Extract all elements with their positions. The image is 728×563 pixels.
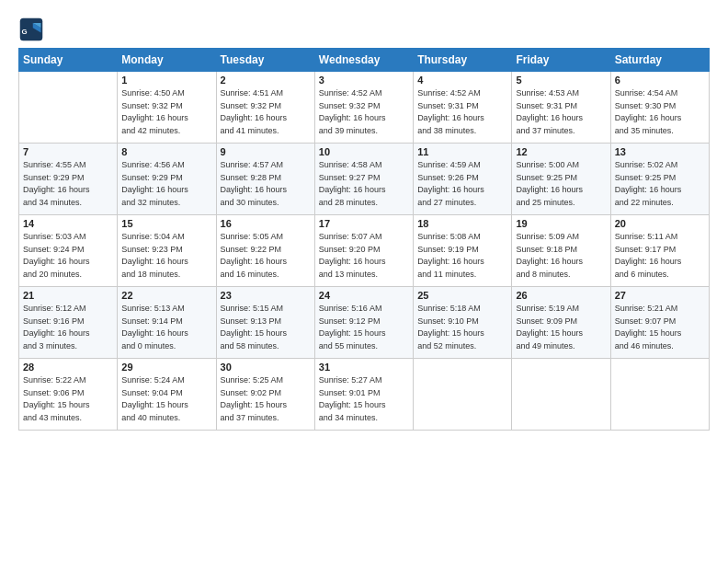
day-number: 26: [516, 290, 606, 301]
day-info: Sunrise: 4:52 AM Sunset: 9:32 PM Dayligh…: [319, 87, 409, 137]
calendar-cell: 29Sunrise: 5:24 AM Sunset: 9:04 PM Dayli…: [118, 359, 216, 431]
col-header-saturday: Saturday: [610, 49, 709, 72]
day-info: Sunrise: 5:18 AM Sunset: 9:10 PM Dayligh…: [417, 303, 507, 352]
calendar-cell: 30Sunrise: 5:25 AM Sunset: 9:02 PM Dayli…: [216, 359, 314, 431]
calendar-cell: 11Sunrise: 4:59 AM Sunset: 9:26 PM Dayli…: [414, 144, 512, 215]
calendar-cell: 31Sunrise: 5:27 AM Sunset: 9:01 PM Dayli…: [314, 359, 413, 431]
day-number: 11: [417, 146, 507, 157]
calendar-cell: [19, 72, 118, 144]
day-number: 18: [417, 218, 507, 229]
day-info: Sunrise: 5:15 AM Sunset: 9:13 PM Dayligh…: [221, 303, 311, 352]
calendar-cell: 20Sunrise: 5:11 AM Sunset: 9:17 PM Dayli…: [610, 215, 709, 287]
calendar-cell: 25Sunrise: 5:18 AM Sunset: 9:10 PM Dayli…: [414, 287, 512, 359]
day-info: Sunrise: 5:11 AM Sunset: 9:17 PM Dayligh…: [615, 231, 705, 281]
day-info: Sunrise: 4:52 AM Sunset: 9:31 PM Dayligh…: [417, 87, 507, 137]
day-number: 24: [319, 290, 409, 301]
calendar-cell: 18Sunrise: 5:08 AM Sunset: 9:19 PM Dayli…: [414, 215, 512, 287]
week-row-1: 1Sunrise: 4:50 AM Sunset: 9:32 PM Daylig…: [19, 72, 710, 144]
day-number: 19: [516, 218, 606, 229]
day-number: 22: [121, 290, 211, 301]
day-number: 31: [319, 362, 409, 373]
calendar-cell: 21Sunrise: 5:12 AM Sunset: 9:16 PM Dayli…: [19, 287, 118, 359]
col-header-sunday: Sunday: [19, 49, 118, 72]
day-info: Sunrise: 5:02 AM Sunset: 9:25 PM Dayligh…: [615, 159, 705, 209]
day-info: Sunrise: 5:25 AM Sunset: 9:02 PM Dayligh…: [221, 374, 311, 424]
day-number: 10: [319, 146, 409, 157]
calendar-cell: 12Sunrise: 5:00 AM Sunset: 9:25 PM Dayli…: [512, 144, 610, 215]
col-header-monday: Monday: [118, 49, 216, 72]
calendar-cell: 10Sunrise: 4:58 AM Sunset: 9:27 PM Dayli…: [314, 144, 413, 215]
day-number: 6: [615, 75, 705, 86]
day-number: 13: [615, 146, 705, 157]
day-info: Sunrise: 4:54 AM Sunset: 9:30 PM Dayligh…: [615, 87, 705, 137]
day-info: Sunrise: 5:22 AM Sunset: 9:06 PM Dayligh…: [23, 374, 113, 424]
day-number: 14: [23, 218, 113, 229]
day-number: 30: [221, 362, 311, 373]
day-info: Sunrise: 5:16 AM Sunset: 9:12 PM Dayligh…: [319, 303, 409, 352]
calendar-cell: 9Sunrise: 4:57 AM Sunset: 9:28 PM Daylig…: [216, 144, 314, 215]
calendar-cell: 5Sunrise: 4:53 AM Sunset: 9:31 PM Daylig…: [512, 72, 610, 144]
week-row-3: 14Sunrise: 5:03 AM Sunset: 9:24 PM Dayli…: [19, 215, 710, 287]
day-number: 4: [417, 75, 507, 86]
day-number: 15: [121, 218, 211, 229]
day-info: Sunrise: 4:50 AM Sunset: 9:32 PM Dayligh…: [121, 87, 211, 137]
day-info: Sunrise: 5:07 AM Sunset: 9:20 PM Dayligh…: [319, 231, 409, 281]
calendar-cell: 7Sunrise: 4:55 AM Sunset: 9:29 PM Daylig…: [19, 144, 118, 215]
day-info: Sunrise: 4:57 AM Sunset: 9:28 PM Dayligh…: [221, 159, 311, 209]
calendar-table: SundayMondayTuesdayWednesdayThursdayFrid…: [18, 48, 710, 431]
calendar-cell: 28Sunrise: 5:22 AM Sunset: 9:06 PM Dayli…: [19, 359, 118, 431]
week-row-4: 21Sunrise: 5:12 AM Sunset: 9:16 PM Dayli…: [19, 287, 710, 359]
day-info: Sunrise: 5:19 AM Sunset: 9:09 PM Dayligh…: [516, 303, 606, 352]
calendar-cell: 22Sunrise: 5:13 AM Sunset: 9:14 PM Dayli…: [118, 287, 216, 359]
day-number: 16: [221, 218, 311, 229]
calendar-cell: 2Sunrise: 4:51 AM Sunset: 9:32 PM Daylig…: [216, 72, 314, 144]
col-header-thursday: Thursday: [414, 49, 512, 72]
day-info: Sunrise: 5:24 AM Sunset: 9:04 PM Dayligh…: [121, 374, 211, 424]
col-header-wednesday: Wednesday: [314, 49, 413, 72]
calendar-cell: 6Sunrise: 4:54 AM Sunset: 9:30 PM Daylig…: [610, 72, 709, 144]
day-info: Sunrise: 4:55 AM Sunset: 9:29 PM Dayligh…: [23, 159, 113, 209]
day-info: Sunrise: 4:51 AM Sunset: 9:32 PM Dayligh…: [221, 87, 311, 137]
day-info: Sunrise: 5:13 AM Sunset: 9:14 PM Dayligh…: [121, 303, 211, 352]
col-header-friday: Friday: [512, 49, 610, 72]
logo: G: [18, 17, 48, 42]
day-info: Sunrise: 5:08 AM Sunset: 9:19 PM Dayligh…: [417, 231, 507, 281]
header-row: SundayMondayTuesdayWednesdayThursdayFrid…: [19, 49, 710, 72]
page: G SundayMondayTuesdayWednesdayThursdayFr…: [0, 0, 728, 440]
calendar-cell: [414, 359, 512, 431]
svg-text:G: G: [22, 28, 28, 36]
day-info: Sunrise: 5:03 AM Sunset: 9:24 PM Dayligh…: [23, 231, 113, 281]
day-info: Sunrise: 5:27 AM Sunset: 9:01 PM Dayligh…: [319, 374, 409, 424]
calendar-cell: 3Sunrise: 4:52 AM Sunset: 9:32 PM Daylig…: [314, 72, 413, 144]
day-info: Sunrise: 5:21 AM Sunset: 9:07 PM Dayligh…: [615, 303, 705, 352]
day-info: Sunrise: 5:04 AM Sunset: 9:23 PM Dayligh…: [121, 231, 211, 281]
col-header-tuesday: Tuesday: [216, 49, 314, 72]
day-number: 3: [319, 75, 409, 86]
day-number: 9: [221, 146, 311, 157]
day-number: 12: [516, 146, 606, 157]
day-number: 21: [23, 290, 113, 301]
day-info: Sunrise: 4:58 AM Sunset: 9:27 PM Dayligh…: [319, 159, 409, 209]
calendar-cell: 19Sunrise: 5:09 AM Sunset: 9:18 PM Dayli…: [512, 215, 610, 287]
calendar-cell: 24Sunrise: 5:16 AM Sunset: 9:12 PM Dayli…: [314, 287, 413, 359]
calendar-cell: 23Sunrise: 5:15 AM Sunset: 9:13 PM Dayli…: [216, 287, 314, 359]
calendar-cell: 16Sunrise: 5:05 AM Sunset: 9:22 PM Dayli…: [216, 215, 314, 287]
day-info: Sunrise: 5:00 AM Sunset: 9:25 PM Dayligh…: [516, 159, 606, 209]
day-number: 28: [23, 362, 113, 373]
week-row-2: 7Sunrise: 4:55 AM Sunset: 9:29 PM Daylig…: [19, 144, 710, 215]
calendar-cell: 13Sunrise: 5:02 AM Sunset: 9:25 PM Dayli…: [610, 144, 709, 215]
day-info: Sunrise: 4:59 AM Sunset: 9:26 PM Dayligh…: [417, 159, 507, 209]
day-number: 2: [221, 75, 311, 86]
day-number: 20: [615, 218, 705, 229]
day-number: 25: [417, 290, 507, 301]
logo-icon: G: [18, 17, 44, 42]
day-number: 8: [121, 146, 211, 157]
calendar-cell: 1Sunrise: 4:50 AM Sunset: 9:32 PM Daylig…: [118, 72, 216, 144]
day-number: 17: [319, 218, 409, 229]
calendar-cell: 4Sunrise: 4:52 AM Sunset: 9:31 PM Daylig…: [414, 72, 512, 144]
day-info: Sunrise: 4:53 AM Sunset: 9:31 PM Dayligh…: [516, 87, 606, 137]
day-number: 7: [23, 146, 113, 157]
calendar-cell: 26Sunrise: 5:19 AM Sunset: 9:09 PM Dayli…: [512, 287, 610, 359]
calendar-cell: 27Sunrise: 5:21 AM Sunset: 9:07 PM Dayli…: [610, 287, 709, 359]
day-number: 29: [121, 362, 211, 373]
